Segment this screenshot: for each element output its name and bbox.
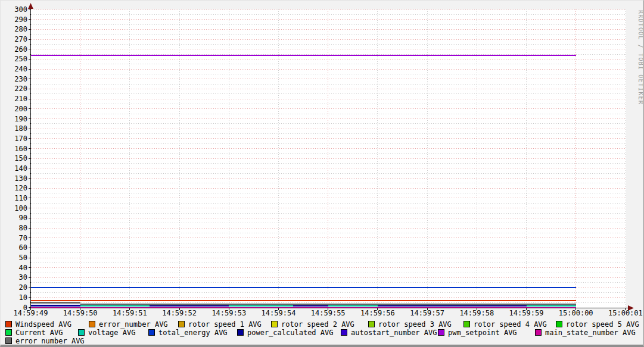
svg-text:50: 50 (19, 254, 27, 262)
svg-text:250: 250 (14, 55, 27, 63)
svg-text:14:59:53: 14:59:53 (211, 309, 246, 317)
svg-text:70: 70 (19, 234, 27, 242)
svg-text:30: 30 (19, 273, 27, 282)
legend-item-rotor-speed-5: rotor speed 5 AVG (556, 318, 639, 326)
svg-text:230: 230 (14, 75, 27, 83)
svg-text:14:59:50: 14:59:50 (63, 309, 98, 317)
legend-item-windspeed: Windspeed AVG (5, 318, 71, 326)
svg-text:170: 170 (14, 135, 27, 143)
legend-item-rotor-speed-3: rotor speed 3 AVG (368, 318, 452, 326)
svg-text:80: 80 (19, 224, 27, 232)
svg-text:260: 260 (14, 45, 27, 54)
svg-text:100: 100 (14, 204, 27, 212)
svg-text:14:59:55: 14:59:55 (311, 309, 346, 317)
svg-text:14:59:54: 14:59:54 (262, 309, 296, 317)
legend-item-error-number-2: error_number AVG (5, 335, 85, 342)
legend-item-autostart-number: autostart_number AVG (341, 326, 437, 334)
legend-item-rotor-speed-2: rotor speed 2 AVG (271, 318, 354, 326)
svg-text:110: 110 (14, 194, 27, 202)
svg-text:130: 130 (14, 174, 27, 183)
svg-text:14:59:51: 14:59:51 (113, 309, 147, 317)
legend-label: error_number AVG (15, 337, 85, 345)
svg-text:210: 210 (14, 95, 27, 103)
svg-text:40: 40 (19, 264, 27, 272)
svg-text:20: 20 (19, 283, 27, 292)
svg-text:240: 240 (14, 65, 27, 73)
svg-text:14:59:57: 14:59:57 (410, 309, 444, 317)
svg-text:280: 280 (14, 25, 27, 33)
legend-item-rotor-speed-4: rotor speed 4 AVG (463, 318, 547, 326)
svg-text:90: 90 (19, 214, 27, 222)
svg-text:300: 300 (14, 5, 27, 14)
svg-text:10: 10 (19, 293, 27, 302)
legend-item-current: Current AVG (5, 326, 63, 334)
svg-text:120: 120 (14, 184, 27, 192)
svg-text:15:00:01: 15:00:01 (608, 309, 643, 317)
svg-text:270: 270 (14, 35, 27, 43)
legend-item-rotor-speed-1: rotor speed 1 AVG (178, 318, 262, 326)
legend-item-pwm-setpoint: pwm_setpoint AVG (438, 326, 517, 334)
legend-item-total-energy: total_energy AVG (148, 326, 228, 334)
svg-text:190: 190 (14, 115, 27, 123)
svg-text:14:59:58: 14:59:58 (459, 309, 494, 317)
legend-item-power-calculated: power_calculated AVG (237, 326, 334, 334)
svg-text:14:59:56: 14:59:56 (360, 309, 395, 317)
svg-text:150: 150 (14, 154, 27, 162)
legend-swatch-error-number-2 (5, 337, 12, 344)
legend-item-error-number-1: error_number AVG (89, 318, 168, 326)
rrd-graph-plot: 0102030405060708090100110120130140150160… (1, 1, 644, 317)
svg-text:290: 290 (14, 15, 27, 24)
svg-text:14:59:52: 14:59:52 (162, 309, 197, 317)
svg-text:180: 180 (14, 124, 27, 133)
svg-text:15:00:00: 15:00:00 (559, 309, 593, 317)
rrdtool-graph-window: 0102030405060708090100110120130140150160… (0, 0, 644, 347)
svg-text:140: 140 (14, 164, 27, 173)
svg-text:200: 200 (14, 105, 27, 113)
legend-row-2: Current AVG voltage AVG total_energy AVG… (1, 326, 643, 335)
watermark-rrdtool: RRDTOOL / TOBI OETIKER (637, 10, 644, 105)
svg-text:14:59:49: 14:59:49 (14, 309, 48, 317)
legend-item-main-state-number: main_state_number AVG (535, 326, 636, 334)
legend-row-1: Windspeed AVG error_number AVG rotor spe… (1, 318, 643, 326)
legend-item-voltage: voltage AVG (78, 326, 135, 334)
svg-text:220: 220 (14, 85, 27, 93)
svg-text:160: 160 (14, 145, 27, 153)
svg-text:60: 60 (19, 243, 27, 252)
legend-row-3: error_number AVG (1, 335, 643, 343)
svg-text:14:59:59: 14:59:59 (509, 309, 544, 317)
